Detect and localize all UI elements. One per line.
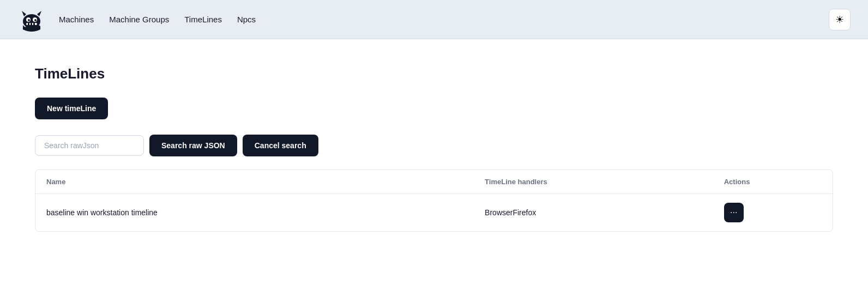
search-raw-json-button[interactable]: Search raw JSON bbox=[149, 135, 237, 156]
svg-point-6 bbox=[34, 19, 37, 21]
svg-marker-1 bbox=[22, 11, 26, 16]
cancel-search-button[interactable]: Cancel search bbox=[243, 135, 318, 156]
cell-handlers: BrowserFirefox bbox=[474, 194, 713, 232]
theme-toggle-button[interactable]: ☀ bbox=[829, 9, 851, 31]
timelines-table: Name TimeLine handlers Actions baseline … bbox=[35, 169, 833, 232]
top-nav: Machines Machine Groups TimeLines Npcs ☀ bbox=[0, 0, 868, 39]
table-row: baseline win workstation timelineBrowser… bbox=[35, 194, 833, 232]
cell-name: baseline win workstation timeline bbox=[35, 194, 474, 232]
nav-links: Machines Machine Groups TimeLines Npcs bbox=[59, 15, 829, 24]
search-input[interactable] bbox=[35, 135, 144, 156]
nav-timelines[interactable]: TimeLines bbox=[184, 15, 222, 24]
svg-rect-9 bbox=[31, 23, 32, 26]
row-actions-button[interactable]: ··· bbox=[724, 203, 744, 222]
col-header-handlers: TimeLine handlers bbox=[474, 170, 713, 194]
logo bbox=[17, 5, 46, 34]
search-row: Search raw JSON Cancel search bbox=[35, 135, 833, 156]
cell-actions: ··· bbox=[713, 194, 833, 232]
table-body: baseline win workstation timelineBrowser… bbox=[35, 194, 833, 232]
table-header: Name TimeLine handlers Actions bbox=[35, 170, 833, 194]
logo-icon bbox=[19, 7, 45, 33]
page-title: TimeLines bbox=[35, 65, 833, 82]
svg-point-5 bbox=[28, 19, 30, 21]
new-timeline-button[interactable]: New timeLine bbox=[35, 98, 108, 119]
main-content: TimeLines New timeLine Search raw JSON C… bbox=[0, 39, 868, 303]
svg-rect-10 bbox=[33, 23, 35, 26]
svg-marker-2 bbox=[37, 11, 41, 16]
nav-machine-groups[interactable]: Machine Groups bbox=[109, 15, 169, 24]
actions-row: New timeLine bbox=[35, 98, 833, 119]
col-header-name: Name bbox=[35, 170, 474, 194]
nav-machines[interactable]: Machines bbox=[59, 15, 94, 24]
nav-npcs[interactable]: Npcs bbox=[237, 15, 256, 24]
theme-toggle-icon: ☀ bbox=[835, 14, 844, 26]
col-header-actions: Actions bbox=[713, 170, 833, 194]
